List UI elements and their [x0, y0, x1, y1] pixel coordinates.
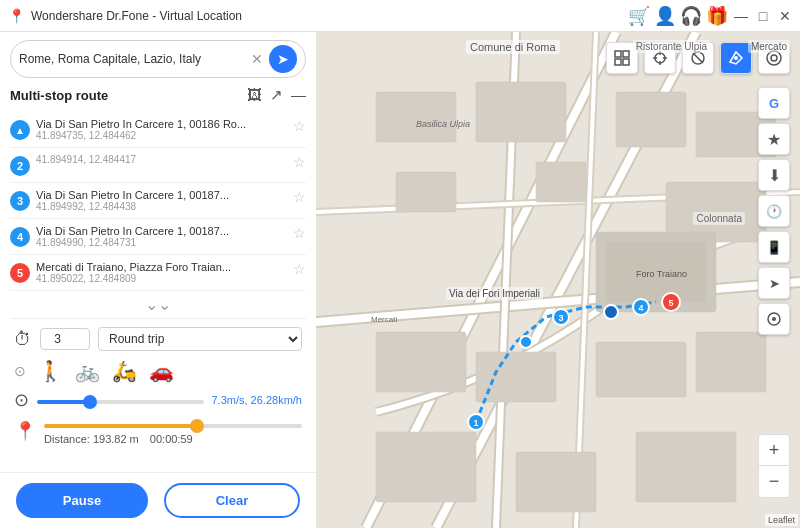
svg-point-54 — [771, 55, 777, 61]
svg-point-57 — [772, 317, 776, 321]
search-input[interactable] — [19, 52, 251, 66]
svg-point-31 — [520, 336, 532, 348]
map-toolbar-right: G ★ ⬇ 🕐 📱 ➤ — [758, 87, 790, 335]
close-button[interactable]: ✕ — [778, 9, 792, 23]
route-panel: Multi-stop route 🖼 ↗ — ▲ Via Di San Piet… — [0, 86, 316, 472]
distance-slider[interactable] — [44, 424, 302, 428]
svg-rect-23 — [696, 332, 766, 392]
route-num-3: 3 — [10, 191, 30, 211]
bike-icon[interactable]: 🚲 — [75, 359, 100, 383]
zoom-in-button[interactable]: + — [758, 434, 790, 466]
svg-rect-17 — [616, 92, 686, 147]
distance-time: 00:00:59 — [150, 433, 193, 445]
svg-text:1: 1 — [473, 418, 478, 428]
distance-value: 193.82 m — [93, 433, 139, 445]
scooter-icon[interactable]: 🛵 — [112, 359, 137, 383]
route-num-5: 5 — [10, 263, 30, 283]
controls-section: ⏱ Round trip One-way Loop ⊙ 🚶 🚲 🛵 🚗 — [10, 318, 306, 453]
route-minimize-icon[interactable]: — — [291, 86, 306, 104]
search-clear-icon[interactable]: ✕ — [251, 51, 263, 67]
clear-button[interactable]: Clear — [164, 483, 300, 518]
svg-text:4: 4 — [638, 303, 643, 313]
route-num-2: 2 — [10, 156, 30, 176]
download-map-button[interactable]: ⬇ — [758, 159, 790, 191]
route-coords-1: 41.894735, 12.484462 — [36, 130, 287, 141]
route-info-3: Via Di San Pietro In Carcere 1, 00187...… — [36, 189, 287, 212]
route-name-4: Via Di San Pietro In Carcere 1, 00187... — [36, 225, 287, 237]
favorites-button[interactable]: ★ — [758, 123, 790, 155]
speed-row: ⊙ 7.3m/s, 26.28km/h — [14, 389, 302, 411]
left-panel: ✕ ➤ Multi-stop route 🖼 ↗ — ▲ Via Di San … — [0, 32, 316, 528]
gps-button[interactable]: ➤ — [758, 267, 790, 299]
roundtrip-select[interactable]: Round trip One-way Loop — [98, 327, 302, 351]
trips-input[interactable] — [40, 328, 90, 350]
show-more-chevron[interactable]: ⌄⌄ — [10, 295, 306, 314]
route-coords-4: 41.894990, 12.484731 — [36, 237, 287, 248]
speed-slider[interactable] — [37, 400, 204, 404]
mercato-label: Mercato — [748, 40, 790, 53]
walk-icon[interactable]: 🚶 — [38, 359, 63, 383]
colonnata-label: Colonnata — [693, 212, 745, 225]
svg-text:3: 3 — [558, 313, 563, 323]
distance-label-text: Distance: — [44, 433, 93, 445]
route-info-5: Mercati di Traiano, Piazza Foro Traian..… — [36, 261, 287, 284]
route-name-1: Via Di San Pietro In Carcere 1, 00186 Ro… — [36, 118, 287, 130]
route-star-1[interactable]: ☆ — [293, 118, 306, 134]
transport-row: ⊙ 🚶 🚲 🛵 🚗 — [14, 359, 302, 383]
route-coords-5: 41.895022, 12.484809 — [36, 273, 287, 284]
route-info-4: Via Di San Pietro In Carcere 1, 00187...… — [36, 225, 287, 248]
timer-icon: ⏱ — [14, 329, 32, 350]
device-button[interactable]: 📱 — [758, 231, 790, 263]
dist-slider-container: Distance: 193.82 m 00:00:59 — [44, 417, 302, 445]
speedometer-icon: ⊙ — [14, 363, 26, 379]
speed-label: 7.3m/s, 26.28km/h — [212, 394, 303, 406]
speed-slider-container — [37, 393, 204, 407]
ristorante-ulpia-label: Ristorante Ulpia — [633, 40, 710, 53]
user-icon[interactable]: 👤 — [654, 5, 676, 27]
svg-rect-16 — [536, 162, 586, 202]
table-row: 5 Mercati di Traiano, Piazza Foro Traian… — [10, 255, 306, 291]
route-info-2: 41.894914, 12.484417 — [36, 154, 287, 165]
location-ring-button[interactable] — [758, 303, 790, 335]
route-coords-3: 41.894992, 12.484438 — [36, 201, 287, 212]
headphone-icon[interactable]: 🎧 — [680, 5, 702, 27]
google-maps-button[interactable]: G — [758, 87, 790, 119]
pause-button[interactable]: Pause — [16, 483, 148, 518]
bottom-buttons: Pause Clear — [0, 472, 316, 528]
route-star-2[interactable]: ☆ — [293, 154, 306, 170]
history-button[interactable]: 🕐 — [758, 195, 790, 227]
car-icon[interactable]: 🚗 — [149, 359, 174, 383]
gift-icon[interactable]: 🎁 — [706, 5, 728, 27]
route-star-3[interactable]: ☆ — [293, 189, 306, 205]
distance-row: 📍 Distance: 193.82 m 00:00:59 — [14, 417, 302, 445]
distance-icon: 📍 — [14, 420, 36, 442]
svg-point-53 — [734, 56, 738, 60]
zoom-controls: + − — [758, 434, 790, 498]
svg-rect-22 — [596, 342, 686, 397]
search-go-button[interactable]: ➤ — [269, 45, 297, 73]
zoom-out-button[interactable]: − — [758, 466, 790, 498]
table-row: 2 41.894914, 12.484417 ☆ — [10, 148, 306, 183]
search-bar: ✕ ➤ — [10, 40, 306, 78]
svg-rect-14 — [396, 172, 456, 212]
cart-icon[interactable]: 🛒 — [628, 5, 650, 27]
via-dei-fori-label: Via dei Fori Imperiali — [446, 287, 543, 300]
svg-rect-44 — [615, 59, 621, 65]
map-background: 1 3 4 5 Basilica Ulpia Foro Traiano Merc… — [316, 32, 800, 528]
minimize-button[interactable]: — — [734, 9, 748, 23]
table-row: 3 Via Di San Pietro In Carcere 1, 00187.… — [10, 183, 306, 219]
maximize-button[interactable]: □ — [756, 9, 770, 23]
svg-text:Foro Traiano: Foro Traiano — [636, 269, 687, 279]
speed-gauge-icon: ⊙ — [14, 389, 29, 411]
route-add-icon[interactable]: 🖼 — [247, 86, 262, 104]
route-num-1: ▲ — [10, 120, 30, 140]
route-info-1: Via Di San Pietro In Carcere 1, 00186 Ro… — [36, 118, 287, 141]
map-area[interactable]: 1 3 4 5 Basilica Ulpia Foro Traiano Merc… — [316, 32, 800, 528]
route-title: Multi-stop route — [10, 88, 108, 103]
route-star-5[interactable]: ☆ — [293, 261, 306, 277]
route-export-icon[interactable]: ↗ — [270, 86, 283, 104]
route-header: Multi-stop route 🖼 ↗ — — [10, 86, 306, 104]
svg-rect-20 — [376, 332, 466, 392]
route-star-4[interactable]: ☆ — [293, 225, 306, 241]
svg-rect-26 — [636, 432, 736, 502]
